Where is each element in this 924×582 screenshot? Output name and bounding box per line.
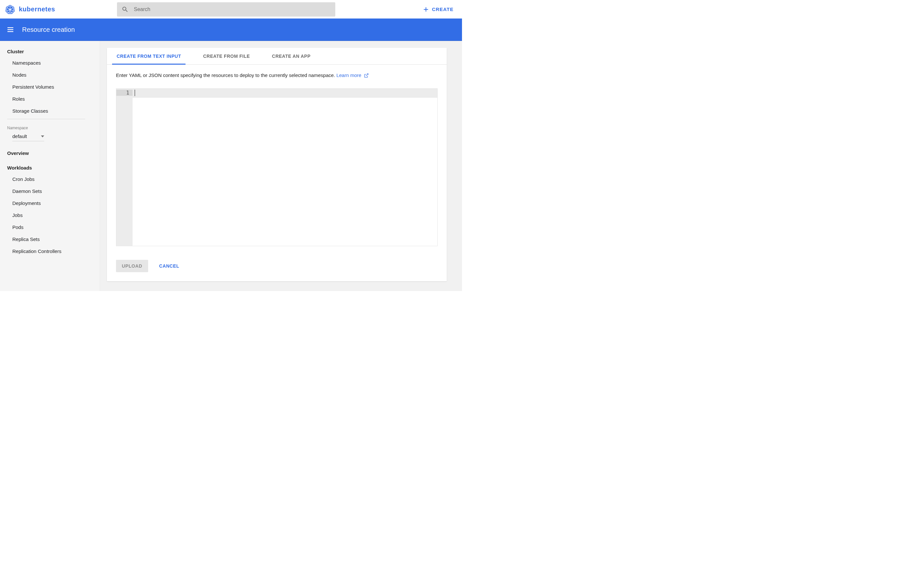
svg-rect-14 — [7, 31, 13, 32]
brand[interactable]: kubernetes — [5, 5, 117, 14]
svg-line-15 — [366, 74, 368, 76]
line-number-1: 1 — [116, 90, 132, 96]
create-card: CREATE FROM TEXT INPUT CREATE FROM FILE … — [107, 48, 447, 281]
sidebar-section-workloads[interactable]: Workloads — [0, 158, 100, 173]
hamburger-icon — [7, 26, 14, 33]
sidebar-section-cluster[interactable]: Cluster — [0, 46, 100, 57]
sidebar-item-daemon-sets[interactable]: Daemon Sets — [0, 185, 100, 197]
sidebar-section-overview[interactable]: Overview — [0, 143, 100, 158]
instruction-label: Enter YAML or JSON content specifying th… — [116, 73, 336, 78]
sidebar-item-storage-classes[interactable]: Storage Classes — [0, 105, 100, 117]
search-wrap — [117, 2, 423, 16]
active-line-highlight — [132, 89, 437, 98]
actions-row: UPLOAD CANCEL — [107, 251, 447, 281]
chevron-down-icon — [41, 135, 44, 137]
svg-rect-13 — [7, 29, 13, 30]
tab-create-from-file[interactable]: CREATE FROM FILE — [198, 48, 254, 64]
editor-cursor — [135, 90, 135, 96]
instruction-text: Enter YAML or JSON content specifying th… — [116, 73, 437, 78]
editor-code-area[interactable] — [132, 89, 437, 246]
sidebar-item-replication-controllers[interactable]: Replication Controllers — [0, 245, 100, 257]
sidebar-item-pods[interactable]: Pods — [0, 221, 100, 233]
sidebar-item-deployments[interactable]: Deployments — [0, 197, 100, 209]
external-link-icon — [364, 73, 369, 78]
kubernetes-logo-icon — [5, 5, 15, 14]
namespace-label: Namespace — [0, 121, 100, 132]
menu-button[interactable] — [5, 24, 16, 35]
namespace-select[interactable]: default — [12, 132, 44, 141]
topbar: kubernetes CREATE — [0, 0, 462, 18]
sidebar-item-namespaces[interactable]: Namespaces — [0, 57, 100, 69]
editor-gutter: 1 — [116, 89, 132, 246]
sidebar-item-jobs[interactable]: Jobs — [0, 209, 100, 221]
tab-create-from-text[interactable]: CREATE FROM TEXT INPUT — [112, 48, 185, 64]
brand-name: kubernetes — [19, 5, 55, 13]
sidebar-item-replica-sets[interactable]: Replica Sets — [0, 233, 100, 245]
yaml-editor[interactable]: 1 — [116, 88, 437, 246]
upload-button[interactable]: UPLOAD — [116, 260, 148, 272]
search-input[interactable] — [134, 7, 331, 12]
tabs: CREATE FROM TEXT INPUT CREATE FROM FILE … — [107, 48, 447, 64]
create-label: CREATE — [432, 7, 454, 12]
page-title: Resource creation — [22, 26, 75, 33]
panel: Enter YAML or JSON content specifying th… — [107, 64, 447, 251]
create-button[interactable]: CREATE — [423, 6, 457, 13]
headerbar: Resource creation — [0, 18, 462, 41]
cancel-button[interactable]: CANCEL — [159, 264, 179, 269]
main-content: CREATE FROM TEXT INPUT CREATE FROM FILE … — [100, 41, 462, 291]
learn-more-link[interactable]: Learn more — [336, 73, 369, 78]
sidebar-item-roles[interactable]: Roles — [0, 93, 100, 105]
svg-rect-12 — [7, 27, 13, 28]
tab-create-an-app[interactable]: CREATE AN APP — [267, 48, 315, 64]
search-icon — [122, 6, 129, 13]
sidebar-divider — [7, 119, 85, 119]
sidebar-item-persistent-volumes[interactable]: Persistent Volumes — [0, 81, 100, 93]
search-box[interactable] — [117, 2, 335, 16]
sidebar-item-cron-jobs[interactable]: Cron Jobs — [0, 173, 100, 185]
namespace-selected: default — [12, 134, 27, 139]
sidebar-item-nodes[interactable]: Nodes — [0, 69, 100, 81]
sidebar: Cluster Namespaces Nodes Persistent Volu… — [0, 41, 100, 291]
plus-icon — [423, 6, 429, 13]
